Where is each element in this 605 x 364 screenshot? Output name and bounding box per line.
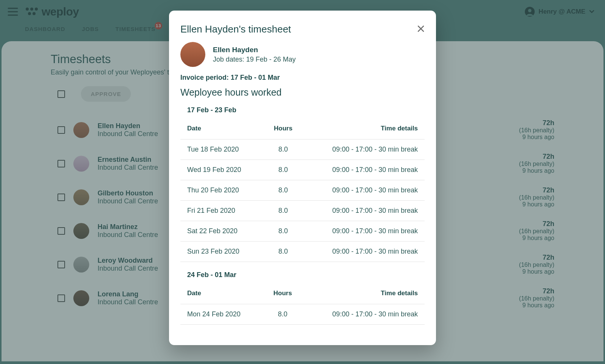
row-role: Inbound Call Centre — [98, 130, 158, 138]
row-checkbox[interactable] — [57, 294, 65, 302]
avatar — [73, 290, 89, 306]
col-hours: Hours — [264, 117, 303, 139]
modal-employee-name: Ellen Hayden — [213, 46, 296, 54]
hours-row[interactable]: Sat 22 Feb 2020 8.0 09:00 - 17:00 - 30 m… — [180, 221, 425, 242]
cell-date: Fri 21 Feb 2020 — [180, 201, 264, 221]
avatar — [73, 223, 89, 239]
logo-text: weploy — [42, 5, 79, 18]
cell-details: 09:00 - 17:00 - 30 min break — [302, 304, 425, 325]
cell-date: Tue 18 Feb 2020 — [180, 139, 264, 160]
row-checkbox[interactable] — [57, 160, 65, 167]
modal-job-dates: Job dates: 19 Feb - 26 May — [213, 56, 296, 64]
cell-hours: 8.0 — [264, 221, 303, 242]
row-hours: 72h — [519, 287, 554, 295]
hours-row[interactable]: Sun 23 Feb 2020 8.0 09:00 - 17:00 - 30 m… — [180, 242, 425, 262]
cell-date: Mon 24 Feb 2020 — [180, 304, 263, 325]
row-checkbox[interactable] — [57, 227, 65, 235]
nav-timesheets-badge: 13 — [155, 22, 162, 29]
cell-hours: 8.0 — [264, 160, 303, 180]
avatar — [73, 122, 89, 138]
row-role: Inbound Call Centre — [98, 197, 158, 205]
col-hours: Hours — [263, 282, 302, 304]
svg-point-4 — [30, 8, 33, 11]
invoice-period: Invoice period: 17 Feb - 01 Mar — [180, 74, 425, 82]
row-role: Inbound Call Centre — [98, 298, 158, 306]
cell-date: Thu 20 Feb 2020 — [180, 180, 264, 201]
hamburger-menu-icon[interactable] — [8, 8, 18, 16]
cell-hours: 8.0 — [264, 139, 303, 160]
col-date: Date — [180, 282, 263, 304]
user-label: Henry @ ACME — [538, 8, 585, 15]
cell-details: 09:00 - 17:00 - 30 min break — [303, 139, 425, 160]
close-icon[interactable] — [417, 25, 425, 34]
row-hours: 72h — [519, 119, 554, 127]
row-name: Leroy Woodward — [98, 257, 158, 265]
cell-details: 09:00 - 17:00 - 30 min break — [303, 242, 425, 262]
row-name: Gilberto Houston — [98, 189, 158, 197]
row-checkbox[interactable] — [57, 126, 65, 134]
cell-date: Sun 23 Feb 2020 — [180, 242, 264, 262]
logo[interactable]: weploy — [25, 5, 79, 18]
row-name: Ellen Hayden — [98, 122, 158, 130]
row-checkbox[interactable] — [57, 194, 65, 201]
week-label: 24 Feb - 01 Mar — [180, 271, 425, 282]
row-penalty: (16h penalty) — [519, 161, 554, 167]
row-role: Inbound Call Centre — [98, 265, 158, 273]
row-role: Inbound Call Centre — [98, 164, 158, 172]
row-name: Hai Martinez — [98, 223, 158, 231]
approve-button[interactable]: APPROVE — [81, 86, 131, 102]
timesheet-modal: Ellen Hayden's timesheet Ellen Hayden Jo… — [169, 11, 436, 345]
row-checkbox[interactable] — [57, 261, 65, 268]
col-details: Time details — [302, 282, 425, 304]
row-name: Lorena Lang — [98, 290, 158, 298]
nav-timesheets[interactable]: TIMESHEETS 13 — [115, 26, 155, 32]
svg-point-3 — [26, 8, 29, 11]
cell-details: 09:00 - 17:00 - 30 min break — [303, 160, 425, 180]
row-penalty: (16h penalty) — [519, 295, 554, 302]
select-all-checkbox[interactable] — [57, 90, 65, 98]
row-ago: 9 hours ago — [519, 201, 554, 208]
row-role: Inbound Call Centre — [98, 231, 158, 239]
hours-table: Date Hours Time details Mon 24 Feb 2020 … — [180, 282, 425, 325]
row-ago: 9 hours ago — [519, 134, 554, 141]
row-name: Ernestine Austin — [98, 156, 158, 164]
hours-row[interactable]: Fri 21 Feb 2020 8.0 09:00 - 17:00 - 30 m… — [180, 201, 425, 221]
cell-details: 09:00 - 17:00 - 30 min break — [303, 180, 425, 201]
hours-row[interactable]: Tue 18 Feb 2020 8.0 09:00 - 17:00 - 30 m… — [180, 139, 425, 160]
hours-table: Date Hours Time details Tue 18 Feb 2020 … — [180, 117, 425, 262]
hours-row[interactable]: Thu 20 Feb 2020 8.0 09:00 - 17:00 - 30 m… — [180, 180, 425, 201]
svg-point-6 — [28, 12, 31, 15]
week-label: 17 Feb - 23 Feb — [180, 106, 425, 117]
cell-hours: 8.0 — [264, 242, 303, 262]
hours-row[interactable]: Mon 24 Feb 2020 8.0 09:00 - 17:00 - 30 m… — [180, 304, 425, 325]
row-ago: 9 hours ago — [519, 302, 554, 309]
row-hours: 72h — [519, 220, 554, 228]
row-penalty: (16h penalty) — [519, 262, 554, 268]
col-date: Date — [180, 117, 264, 139]
avatar — [73, 257, 89, 273]
row-ago: 9 hours ago — [519, 268, 554, 275]
avatar — [73, 156, 89, 172]
cell-hours: 8.0 — [264, 201, 303, 221]
user-menu[interactable]: Henry @ ACME — [525, 7, 594, 17]
row-hours: 72h — [519, 254, 554, 262]
svg-point-7 — [33, 12, 36, 15]
cell-details: 09:00 - 17:00 - 30 min break — [303, 201, 425, 221]
svg-point-9 — [528, 9, 532, 12]
avatar — [180, 42, 205, 67]
hours-heading: Weployee hours worked — [180, 87, 425, 98]
col-details: Time details — [303, 117, 425, 139]
row-hours: 72h — [519, 186, 554, 194]
cell-date: Wed 19 Feb 2020 — [180, 160, 264, 180]
nav-jobs[interactable]: JOBS — [82, 26, 99, 32]
row-penalty: (16h penalty) — [519, 194, 554, 201]
cell-date: Sat 22 Feb 2020 — [180, 221, 264, 242]
row-ago: 9 hours ago — [519, 235, 554, 242]
avatar — [73, 189, 89, 205]
modal-title: Ellen Hayden's timesheet — [180, 23, 291, 35]
row-hours: 72h — [519, 153, 554, 161]
nav-dashboard[interactable]: DASHBOARD — [25, 26, 65, 32]
cell-hours: 8.0 — [264, 180, 303, 201]
row-penalty: (16h penalty) — [519, 127, 554, 134]
hours-row[interactable]: Wed 19 Feb 2020 8.0 09:00 - 17:00 - 30 m… — [180, 160, 425, 180]
